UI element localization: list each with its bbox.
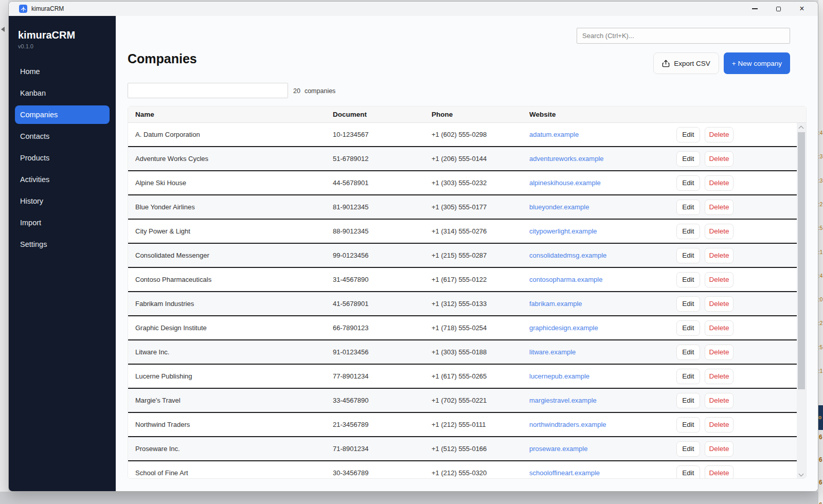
- company-document: 88-9012345: [333, 227, 432, 235]
- table-row: City Power & Light 88-9012345 +1 (314) 5…: [128, 220, 797, 244]
- company-website-link[interactable]: lucernepub.example: [529, 372, 589, 380]
- company-name: Adventure Works Cycles: [135, 155, 333, 163]
- companies-table: NameDocumentPhoneWebsite A. Datum Corpor…: [128, 106, 807, 479]
- sidebar-item-settings[interactable]: Settings: [15, 235, 110, 254]
- delete-button[interactable]: Delete: [705, 465, 733, 479]
- delete-button[interactable]: Delete: [705, 127, 733, 142]
- company-website-link[interactable]: adatum.example: [529, 131, 579, 138]
- edit-button[interactable]: Edit: [676, 320, 700, 336]
- company-phone: +1 (718) 555-0254: [432, 324, 529, 332]
- company-phone: +1 (212) 555-0320: [432, 469, 529, 477]
- table-body: A. Datum Corporation 10-1234567 +1 (602)…: [128, 123, 797, 479]
- maximize-button[interactable]: [766, 2, 790, 16]
- company-phone: +1 (305) 555-0177: [432, 203, 529, 211]
- delete-button[interactable]: Delete: [705, 248, 733, 263]
- company-website-link[interactable]: consolidatedmsg.example: [529, 251, 606, 259]
- table-row: Margie's Travel 33-4567890 +1 (702) 555-…: [128, 389, 797, 413]
- company-website-link[interactable]: northwindtraders.example: [529, 421, 606, 428]
- window-titlebar: kimuraCRM ×: [9, 2, 818, 16]
- edit-button[interactable]: Edit: [676, 465, 700, 479]
- company-website-link[interactable]: contosopharma.example: [529, 276, 602, 283]
- filter-input[interactable]: [128, 83, 288, 98]
- table-row: Lucerne Publishing 77-8901234 +1 (617) 5…: [128, 365, 797, 389]
- company-website-link[interactable]: citypowerlight.example: [529, 227, 597, 235]
- company-website-link[interactable]: litware.example: [529, 348, 576, 356]
- edit-button[interactable]: Edit: [676, 296, 700, 312]
- background-text-fragment: :3: [818, 154, 822, 159]
- company-document: 71-8901234: [333, 445, 432, 453]
- company-phone: +1 (312) 555-0133: [432, 300, 529, 308]
- company-website-link[interactable]: blueyonder.example: [529, 203, 589, 211]
- sidebar-item-activities[interactable]: Activities: [15, 170, 110, 189]
- delete-button[interactable]: Delete: [705, 224, 733, 239]
- table-scrollbar[interactable]: [797, 123, 806, 478]
- edit-button[interactable]: Edit: [676, 175, 700, 191]
- company-document: 33-4567890: [333, 397, 432, 404]
- table-row: Graphic Design Institute 66-7890123 +1 (…: [128, 316, 797, 340]
- sidebar-item-contacts[interactable]: Contacts: [15, 127, 110, 146]
- company-document: 99-0123456: [333, 251, 432, 259]
- company-website-link[interactable]: schooloffineart.example: [529, 469, 600, 477]
- column-header-document: Document: [333, 111, 432, 118]
- background-number-fragment: 6: [819, 479, 822, 486]
- edit-button[interactable]: Edit: [676, 151, 700, 167]
- company-website-link[interactable]: graphicdesign.example: [529, 324, 598, 332]
- edit-button[interactable]: Edit: [676, 417, 700, 433]
- company-phone: +1 (303) 555-0232: [432, 179, 529, 187]
- edit-button[interactable]: Edit: [676, 224, 700, 239]
- new-company-button[interactable]: + New company: [724, 52, 790, 74]
- background-text-fragment: :5: [818, 345, 822, 350]
- delete-button[interactable]: Delete: [705, 272, 733, 287]
- edit-button[interactable]: Edit: [676, 345, 700, 360]
- edit-button[interactable]: Edit: [676, 441, 700, 457]
- delete-button[interactable]: Delete: [705, 296, 733, 312]
- delete-button[interactable]: Delete: [705, 200, 733, 215]
- company-phone: +1 (602) 555-0298: [432, 131, 529, 138]
- edit-button[interactable]: Edit: [676, 200, 700, 215]
- edit-button[interactable]: Edit: [676, 272, 700, 287]
- company-name: School of Fine Art: [135, 469, 333, 477]
- company-document: 31-4567890: [333, 276, 432, 283]
- delete-button[interactable]: Delete: [705, 320, 733, 336]
- app-window: kimuraCRM × kimuraCRM v0.1.0 HomeKanbanC…: [8, 1, 818, 492]
- sidebar-item-home[interactable]: Home: [15, 62, 110, 81]
- edit-button[interactable]: Edit: [676, 127, 700, 142]
- search-input[interactable]: [577, 28, 790, 44]
- delete-button[interactable]: Delete: [705, 345, 733, 360]
- delete-button[interactable]: Delete: [705, 151, 733, 167]
- app-icon: [19, 5, 27, 13]
- company-document: 81-9012345: [333, 203, 432, 211]
- background-text-fragment: :2: [818, 202, 822, 207]
- background-number-fragment: 6: [819, 456, 822, 463]
- company-phone: +1 (702) 555-0221: [432, 397, 529, 404]
- company-website-link[interactable]: margiestravel.example: [529, 397, 597, 404]
- sidebar-item-products[interactable]: Products: [15, 149, 110, 167]
- edit-button[interactable]: Edit: [676, 369, 700, 384]
- scroll-down-icon[interactable]: [799, 472, 804, 477]
- company-website-link[interactable]: alpineskihouse.example: [529, 179, 601, 187]
- sidebar-item-import[interactable]: Import: [15, 213, 110, 232]
- scrollbar-thumb[interactable]: [798, 132, 805, 389]
- company-website-link[interactable]: proseware.example: [529, 445, 587, 453]
- sidebar-item-history[interactable]: History: [15, 192, 110, 210]
- export-csv-button[interactable]: Export CSV: [653, 52, 719, 74]
- sidebar-item-companies[interactable]: Companies: [15, 105, 110, 124]
- desktop: :4:3:3:2:5:1:4:0:2:5:1o6666 kimuraCRM × …: [0, 0, 823, 504]
- company-document: 66-7890123: [333, 324, 432, 332]
- sidebar-item-kanban[interactable]: Kanban: [15, 84, 110, 102]
- minimize-button[interactable]: [743, 2, 766, 16]
- company-website-link[interactable]: fabrikam.example: [529, 300, 582, 308]
- delete-button[interactable]: Delete: [705, 369, 733, 384]
- company-website-link[interactable]: adventureworks.example: [529, 155, 604, 163]
- background-navy-fragment: o: [818, 405, 823, 430]
- delete-button[interactable]: Delete: [705, 175, 733, 191]
- edit-button[interactable]: Edit: [676, 248, 700, 263]
- delete-button[interactable]: Delete: [705, 393, 733, 408]
- scroll-up-icon[interactable]: [799, 126, 804, 131]
- delete-button[interactable]: Delete: [705, 417, 733, 433]
- company-document: 10-1234567: [333, 131, 432, 138]
- edit-button[interactable]: Edit: [676, 393, 700, 408]
- delete-button[interactable]: Delete: [705, 441, 733, 457]
- background-text-fragment: :1: [818, 368, 822, 374]
- close-button[interactable]: ×: [790, 2, 814, 16]
